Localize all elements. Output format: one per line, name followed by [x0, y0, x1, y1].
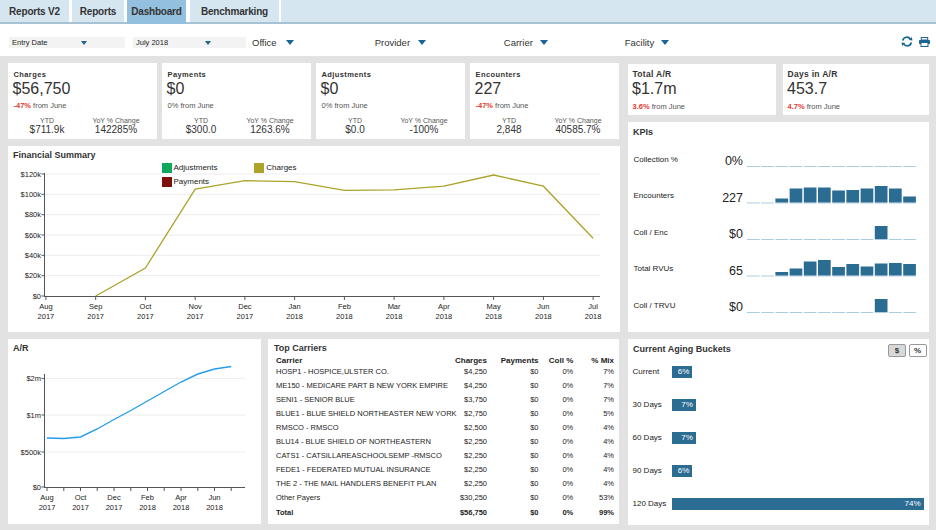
svg-text:$100k: $100k: [21, 190, 42, 199]
svg-text:0%: 0%: [725, 154, 743, 168]
svg-text:Sep: Sep: [89, 302, 102, 311]
svg-text:Aug: Aug: [39, 302, 52, 311]
svg-text:2017: 2017: [38, 312, 55, 321]
svg-text:2018: 2018: [485, 312, 502, 321]
svg-text:2018: 2018: [173, 503, 190, 512]
svg-text:2017: 2017: [106, 503, 123, 512]
svg-text:Total RVUs: Total RVUs: [634, 264, 674, 273]
svg-text:Coll / TRVU: Coll / TRVU: [634, 301, 676, 310]
svg-text:2017: 2017: [39, 503, 56, 512]
svg-text:Aug: Aug: [40, 493, 53, 502]
svg-text:Apr: Apr: [175, 493, 187, 502]
svg-text:2018: 2018: [139, 503, 156, 512]
svg-text:2017: 2017: [237, 312, 254, 321]
svg-text:2017: 2017: [137, 312, 154, 321]
svg-text:Dec: Dec: [107, 493, 121, 502]
svg-text:Jan: Jan: [289, 302, 301, 311]
svg-text:Collection %: Collection %: [634, 155, 678, 164]
svg-text:Jun: Jun: [208, 493, 220, 502]
svg-text:65: 65: [729, 264, 743, 278]
svg-text:$1m: $1m: [26, 411, 41, 420]
svg-text:$0: $0: [729, 227, 743, 241]
svg-text:$2m: $2m: [26, 374, 41, 383]
svg-text:2018: 2018: [286, 312, 303, 321]
svg-text:2017: 2017: [72, 503, 89, 512]
svg-text:2017: 2017: [187, 312, 204, 321]
svg-text:$80k: $80k: [25, 210, 42, 219]
svg-text:2018: 2018: [206, 503, 223, 512]
svg-text:2017: 2017: [87, 312, 104, 321]
svg-text:2018: 2018: [535, 312, 552, 321]
svg-text:$60k: $60k: [25, 231, 42, 240]
svg-text:$0: $0: [33, 483, 41, 492]
svg-text:$500k: $500k: [21, 448, 42, 457]
svg-text:Coll / Enc: Coll / Enc: [634, 228, 668, 237]
svg-text:$20k: $20k: [25, 271, 42, 280]
svg-text:227: 227: [722, 191, 743, 205]
svg-text:2018: 2018: [436, 312, 453, 321]
svg-text:Dec: Dec: [238, 302, 252, 311]
svg-text:Oct: Oct: [140, 302, 153, 311]
svg-text:2018: 2018: [386, 312, 403, 321]
svg-text:2018: 2018: [336, 312, 353, 321]
svg-text:Feb: Feb: [141, 493, 154, 502]
svg-text:$40k: $40k: [25, 251, 42, 260]
svg-text:$0: $0: [33, 292, 41, 301]
svg-text:Jul: Jul: [588, 302, 598, 311]
svg-text:May: May: [487, 302, 501, 311]
svg-text:$0: $0: [729, 300, 743, 314]
svg-text:Encounters: Encounters: [634, 191, 674, 200]
svg-text:2018: 2018: [585, 312, 602, 321]
svg-text:Jun: Jun: [537, 302, 549, 311]
svg-text:Apr: Apr: [438, 302, 450, 311]
svg-text:Nov: Nov: [189, 302, 203, 311]
svg-text:Mar: Mar: [388, 302, 401, 311]
svg-text:$120k: $120k: [21, 170, 42, 179]
svg-text:Oct: Oct: [75, 493, 88, 502]
svg-text:Feb: Feb: [338, 302, 351, 311]
